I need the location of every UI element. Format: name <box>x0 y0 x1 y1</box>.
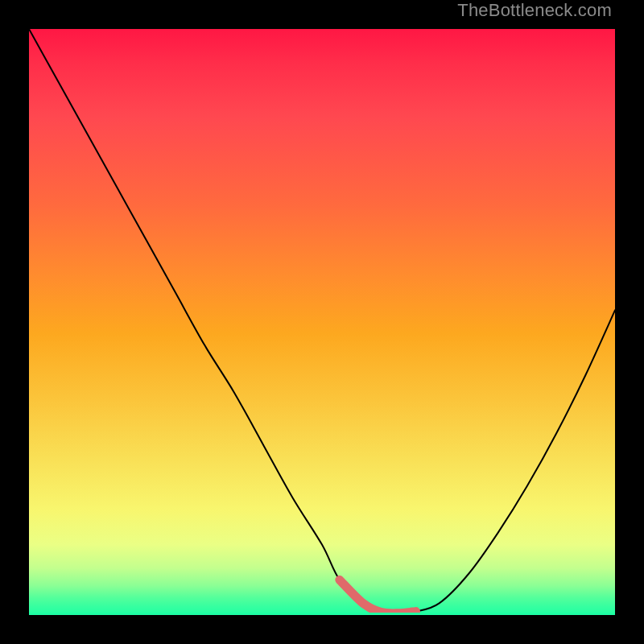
bottleneck-curve-svg <box>29 29 615 615</box>
bottleneck-curve-path <box>29 29 615 613</box>
chart-plot-area <box>29 29 615 615</box>
watermark-text: TheBottleneck.com <box>457 0 612 21</box>
bottleneck-curve-highlight <box>340 580 416 613</box>
chart-baseline <box>29 613 615 615</box>
